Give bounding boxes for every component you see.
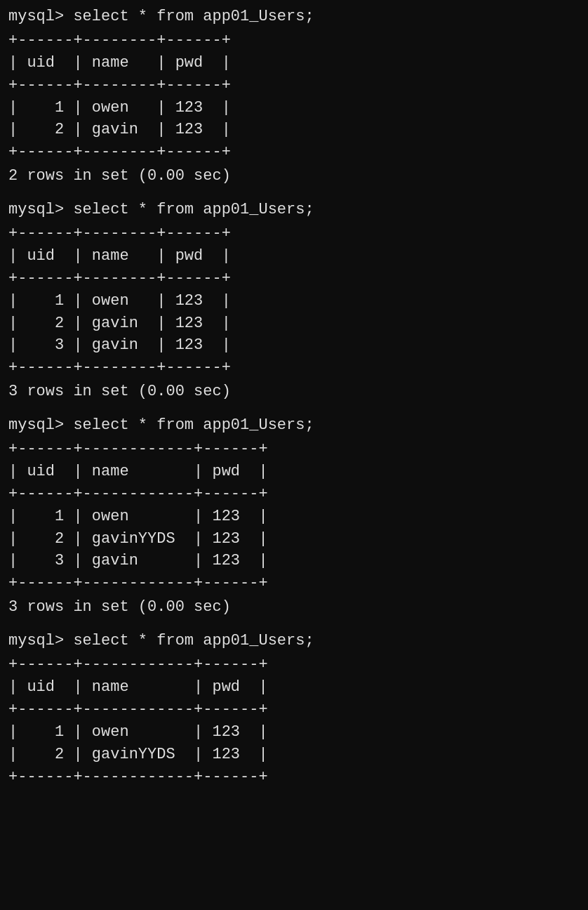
result-line-3: 3 rows in set (0.00 sec) [8, 596, 580, 619]
prompt-line-2: mysql> select * from app01_Users; [8, 199, 580, 221]
terminal-container: mysql> select * from app01_Users;+------… [8, 6, 580, 788]
terminal-block-2: mysql> select * from app01_Users;+------… [8, 199, 580, 403]
prompt-line-1: mysql> select * from app01_Users; [8, 6, 580, 28]
table-ascii-1: +------+--------+------+ | uid | name | … [8, 29, 580, 164]
prompt-text: mysql> select * from app01_Users; [8, 416, 314, 434]
result-line-1: 2 rows in set (0.00 sec) [8, 165, 580, 187]
table-ascii-2: +------+--------+------+ | uid | name | … [8, 223, 580, 379]
table-ascii-4: +------+------------+------+ | uid | nam… [8, 654, 580, 788]
terminal-block-1: mysql> select * from app01_Users;+------… [8, 6, 580, 187]
table-ascii-3: +------+------------+------+ | uid | nam… [8, 438, 580, 595]
prompt-text: mysql> select * from app01_Users; [8, 8, 314, 25]
prompt-text: mysql> select * from app01_Users; [8, 201, 314, 218]
prompt-line-4: mysql> select * from app01_Users; [8, 630, 580, 652]
terminal-block-3: mysql> select * from app01_Users;+------… [8, 414, 580, 619]
prompt-line-3: mysql> select * from app01_Users; [8, 414, 580, 437]
result-line-2: 3 rows in set (0.00 sec) [8, 381, 580, 403]
terminal-block-4: mysql> select * from app01_Users;+------… [8, 630, 580, 788]
prompt-text: mysql> select * from app01_Users; [8, 632, 314, 649]
